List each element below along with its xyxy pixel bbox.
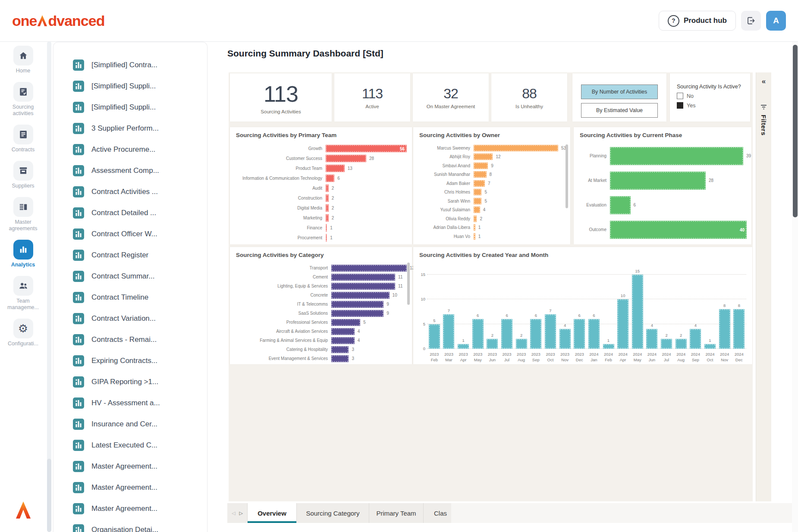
sidebar-item-suppliers[interactable]: Suppliers: [0, 161, 46, 189]
filters-panel-label[interactable]: Filters: [760, 115, 767, 136]
bar[interactable]: [661, 339, 672, 349]
bar[interactable]: [474, 198, 481, 204]
checkbox-checked-icon[interactable]: [677, 102, 683, 109]
report-list-item[interactable]: Contract Officer W...: [53, 223, 207, 244]
slicer-option[interactable]: No: [677, 93, 750, 99]
bar[interactable]: [326, 214, 329, 222]
bar[interactable]: [326, 234, 327, 241]
bar[interactable]: [326, 185, 329, 192]
tab-overview[interactable]: Overview: [248, 503, 297, 523]
bar[interactable]: [331, 355, 349, 362]
tab-clas[interactable]: Clas: [424, 503, 451, 523]
bar[interactable]: [326, 175, 334, 182]
bar[interactable]: [331, 274, 395, 281]
bar[interactable]: [331, 328, 355, 335]
report-list-item[interactable]: Contract Timeline: [53, 287, 207, 308]
bar[interactable]: [733, 309, 745, 349]
product-hub-button[interactable]: ? Product hub: [659, 11, 736, 31]
bar[interactable]: [690, 329, 701, 349]
sidebar-item-home[interactable]: Home: [0, 46, 46, 74]
report-list-item[interactable]: Master Agreement...: [53, 498, 207, 519]
bar[interactable]: [474, 171, 487, 178]
report-list-item[interactable]: [Simplified] Contra...: [53, 54, 207, 75]
bar[interactable]: [326, 165, 345, 172]
report-list-item[interactable]: Expiring Contracts...: [53, 350, 207, 371]
bar[interactable]: [331, 283, 395, 290]
bar[interactable]: [474, 153, 493, 160]
bar[interactable]: [574, 319, 585, 349]
bar[interactable]: [326, 155, 366, 162]
report-list-item[interactable]: Master Agreement...: [53, 477, 207, 498]
sidebar-item-master-agreements[interactable]: Master agreements: [0, 197, 46, 232]
report-list-item[interactable]: [Simplified] Suppli...: [53, 97, 207, 118]
bar[interactable]: 56: [326, 145, 407, 152]
bar[interactable]: [516, 339, 527, 349]
bar[interactable]: [501, 319, 512, 349]
bar[interactable]: [617, 299, 628, 349]
report-list-item[interactable]: 3 Supplier Perform...: [53, 118, 207, 139]
bar[interactable]: [331, 337, 355, 344]
bar[interactable]: [331, 346, 349, 353]
tab-primary-team[interactable]: Primary Team: [369, 503, 424, 523]
bar[interactable]: [610, 196, 631, 214]
toggle-button[interactable]: By Estimated Value: [581, 103, 658, 118]
filter-funnel-icon[interactable]: [760, 104, 767, 110]
report-list-item[interactable]: Contract Activities ...: [53, 181, 207, 202]
bar[interactable]: 40: [610, 221, 747, 239]
report-list-item[interactable]: Organisation Detai...: [53, 519, 207, 532]
bar[interactable]: [474, 145, 558, 151]
report-list-item[interactable]: Latest Executed C...: [53, 435, 207, 456]
bar[interactable]: [331, 292, 390, 299]
sidebar-item-sourcing-activities[interactable]: Sourcing activities: [0, 82, 46, 117]
sidebar-scrollbar[interactable]: [46, 41, 52, 532]
bar[interactable]: [443, 314, 454, 349]
bar[interactable]: [719, 309, 730, 349]
report-list-item[interactable]: Assessment Comp...: [53, 160, 207, 181]
report-list-item[interactable]: Contract Summar...: [53, 266, 207, 287]
bar[interactable]: [530, 319, 541, 349]
report-list-item[interactable]: Contract Register: [53, 244, 207, 266]
report-list-item[interactable]: Contract Variation...: [53, 308, 207, 329]
bar[interactable]: [326, 224, 327, 232]
bar[interactable]: [474, 163, 488, 169]
bar[interactable]: [326, 194, 329, 202]
bar[interactable]: [704, 344, 716, 349]
bar[interactable]: [326, 204, 329, 212]
tab-previous-arrow-icon[interactable]: ◁: [232, 510, 235, 516]
report-list-item[interactable]: Master Agreement...: [53, 456, 207, 477]
bar[interactable]: [331, 265, 407, 272]
bar[interactable]: [474, 207, 480, 213]
sign-out-button[interactable]: [741, 11, 761, 31]
report-list-item[interactable]: Contract Detailed ...: [53, 202, 207, 223]
bar[interactable]: [632, 275, 643, 349]
bar[interactable]: [331, 310, 383, 317]
sidebar-item-team-management[interactable]: Team manageme...: [0, 276, 46, 311]
bar[interactable]: [474, 224, 475, 231]
toggle-button[interactable]: By Number of Activities: [581, 84, 658, 99]
tab-next-arrow-icon[interactable]: ▷: [239, 510, 243, 516]
sidebar-item-analytics[interactable]: Analytics: [0, 240, 46, 268]
sidebar-item-configuration[interactable]: ⚙Configurati...: [0, 319, 46, 347]
checkbox-icon[interactable]: [677, 93, 683, 99]
bar[interactable]: [545, 314, 556, 349]
chart-scrollbar[interactable]: [566, 144, 568, 208]
chart-scrollbar[interactable]: [407, 263, 410, 305]
user-avatar[interactable]: A: [766, 11, 786, 31]
slicer-option[interactable]: Yes: [677, 102, 750, 109]
bar[interactable]: [675, 339, 687, 349]
bar[interactable]: [559, 329, 571, 349]
bar[interactable]: [429, 324, 440, 349]
report-list-item[interactable]: HV - Assessment a...: [53, 392, 207, 413]
report-list-item[interactable]: Insurance and Cer...: [53, 413, 207, 435]
bar[interactable]: [603, 344, 614, 349]
scrollbar-thumb[interactable]: [793, 45, 798, 217]
scrollbar-thumb[interactable]: [47, 459, 51, 532]
tab-sourcing-category[interactable]: Sourcing Category: [297, 503, 369, 523]
report-list-item[interactable]: GIPA Reporting >1...: [53, 371, 207, 392]
bar[interactable]: [646, 329, 657, 349]
page-scrollbar[interactable]: [792, 41, 798, 532]
report-list-item[interactable]: Active Procureme...: [53, 139, 207, 160]
bar[interactable]: [487, 339, 498, 349]
bar[interactable]: [474, 216, 477, 222]
bar[interactable]: [472, 319, 484, 349]
